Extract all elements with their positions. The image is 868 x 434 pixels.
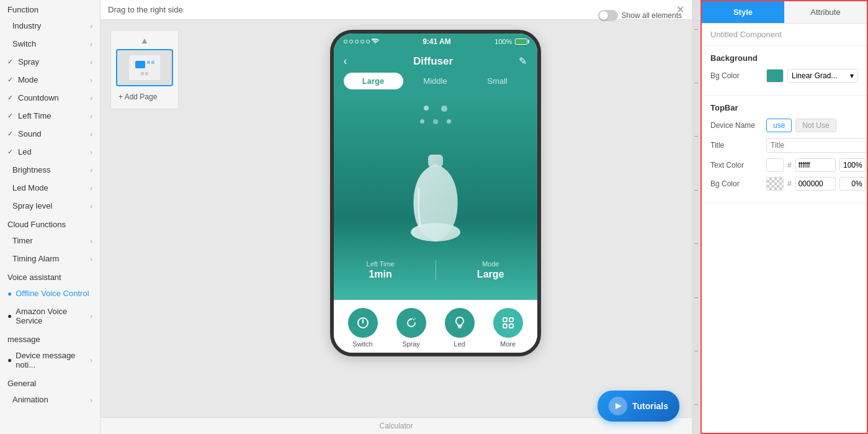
tab-small[interactable]: Small: [468, 73, 527, 89]
right-panel: Style Attribute Untitled Component Backg…: [700, 0, 868, 434]
chevron-icon: ›: [90, 202, 92, 210]
signal-dot: [349, 40, 353, 43]
chevron-icon: ›: [90, 22, 92, 30]
play-icon: [614, 402, 622, 410]
text-color-label: Text Color: [710, 161, 766, 170]
gradient-dropdown[interactable]: Linear Grad... ▾: [787, 69, 858, 83]
check-icon: ✓: [7, 58, 13, 66]
sidebar-item-mode[interactable]: ✓ Mode ›: [0, 71, 100, 89]
dot: [424, 106, 429, 111]
page-thumbnail[interactable]: [116, 49, 173, 86]
chevron-icon: ›: [90, 312, 92, 320]
check-icon: ✓: [7, 130, 13, 138]
back-button[interactable]: ‹: [344, 55, 347, 68]
ruler-mark: [694, 243, 698, 244]
tab-large[interactable]: Large: [344, 73, 403, 89]
sidebar-item-led[interactable]: ✓ Led ›: [0, 143, 100, 161]
tab-attribute[interactable]: Attribute: [784, 1, 867, 23]
sidebar-item-industry[interactable]: Industry ›: [0, 17, 100, 35]
bottom-icon-more[interactable]: More: [493, 308, 523, 348]
ruler-mark: [694, 351, 698, 351]
text-color-swatch[interactable]: [766, 158, 784, 172]
ruler-mark: [694, 297, 698, 298]
phone-topbar: ‹ Diffuser ✎: [334, 50, 537, 73]
sidebar-item-switch[interactable]: Switch ›: [0, 35, 100, 53]
dot-icon: ●: [7, 356, 12, 364]
chevron-icon: ›: [90, 148, 92, 156]
sidebar-item-device-message[interactable]: ● Device message noti... ›: [0, 346, 100, 374]
calculator-label: Calculator: [101, 417, 692, 434]
bg-color-swatch[interactable]: [766, 69, 784, 83]
chevron-icon: ›: [90, 356, 92, 364]
spray-icon-circle: [396, 308, 426, 338]
chevron-icon: ›: [90, 94, 92, 102]
sidebar-item-offline-voice[interactable]: ● Offline Voice Control: [0, 284, 100, 302]
led-icon: [452, 315, 467, 330]
edit-button[interactable]: ✎: [519, 55, 527, 67]
up-arrow-icon[interactable]: ▲: [116, 35, 173, 45]
show-all-toggle[interactable]: [598, 10, 618, 21]
chevron-icon: ›: [90, 237, 92, 245]
device-name-row: Device Name use Not Use: [710, 119, 858, 132]
svg-rect-7: [509, 318, 513, 322]
not-use-button[interactable]: Not Use: [795, 119, 836, 132]
tutorials-button[interactable]: Tutorials: [597, 391, 679, 422]
check-icon: ✓: [7, 76, 13, 84]
sidebar-item-spray[interactable]: ✓ Spray ›: [0, 53, 100, 71]
use-button[interactable]: use: [766, 119, 792, 132]
spray-label: Spray: [402, 340, 420, 348]
dot: [447, 119, 451, 124]
sidebar-item-amazon-voice[interactable]: ● Amazon Voice Service ›: [0, 302, 100, 330]
chevron-icon: ›: [90, 112, 92, 120]
check-icon: ✓: [7, 112, 13, 120]
thumb-dot: [145, 72, 148, 75]
bottom-icon-spray[interactable]: Spray: [396, 308, 426, 348]
sidebar-item-spray-level[interactable]: Spray level ›: [0, 197, 100, 215]
phone-mockup: 9:41 AM 100% ‹ Diffuser ✎ Lar: [330, 30, 541, 356]
bottom-icon-switch[interactable]: Switch: [348, 308, 378, 348]
ruler-mark: [694, 29, 698, 30]
topbar-bg-color-swatch[interactable]: [766, 177, 784, 191]
thumb-small-icon: [151, 61, 154, 64]
chevron-icon: ›: [90, 76, 92, 84]
ruler-mark: [694, 83, 698, 83]
bottom-icon-led[interactable]: Led: [445, 308, 475, 348]
dot-icon: ●: [7, 289, 12, 298]
add-page-button[interactable]: + Add Page: [116, 90, 173, 104]
device-name-label: Device Name: [710, 121, 766, 130]
sidebar-item-timing-alarm[interactable]: Timing Alarm ›: [0, 250, 100, 268]
battery-icon: [515, 38, 527, 45]
tab-middle[interactable]: Middle: [406, 73, 465, 89]
right-tabs: Style Attribute: [702, 1, 867, 24]
title-input[interactable]: [766, 138, 868, 153]
dot-row: [420, 119, 451, 124]
dot: [433, 119, 438, 124]
sidebar-item-led-mode[interactable]: Led Mode ›: [0, 179, 100, 197]
phone-body: Left Time 1min Mode Large: [334, 96, 537, 300]
page-panel: ▲ + Add Page: [110, 30, 179, 109]
signal-dot: [360, 40, 364, 43]
status-time: 9:41 AM: [423, 37, 451, 46]
tab-style[interactable]: Style: [702, 1, 784, 23]
sidebar-item-left-time[interactable]: ✓ Left Time ›: [0, 107, 100, 125]
bg-color-row: Bg Color Linear Grad... ▾: [710, 69, 858, 83]
mode-value: Large: [477, 269, 504, 280]
topbar-bg-color-label: Bg Color: [710, 179, 766, 188]
dot: [441, 106, 447, 112]
topbar-bg-color-hex[interactable]: [795, 177, 836, 191]
diffuser-dots: [420, 106, 451, 124]
chevron-icon: ›: [90, 396, 92, 404]
topbar-bg-color-opacity[interactable]: [839, 177, 866, 191]
sidebar-item-sound[interactable]: ✓ Sound ›: [0, 125, 100, 143]
sidebar-item-animation[interactable]: Animation ›: [0, 391, 100, 409]
text-color-opacity[interactable]: [839, 158, 866, 172]
text-color-hex[interactable]: [795, 158, 836, 172]
sidebar-item-timer[interactable]: Timer ›: [0, 232, 100, 250]
info-divider: [436, 260, 436, 280]
diffuser-bottle: [401, 145, 470, 246]
chevron-icon: ›: [90, 166, 92, 174]
switch-label: Switch: [352, 340, 372, 348]
sidebar-item-brightness[interactable]: Brightness ›: [0, 161, 100, 179]
background-title: Background: [710, 53, 858, 63]
sidebar-item-countdown[interactable]: ✓ Countdown ›: [0, 89, 100, 107]
